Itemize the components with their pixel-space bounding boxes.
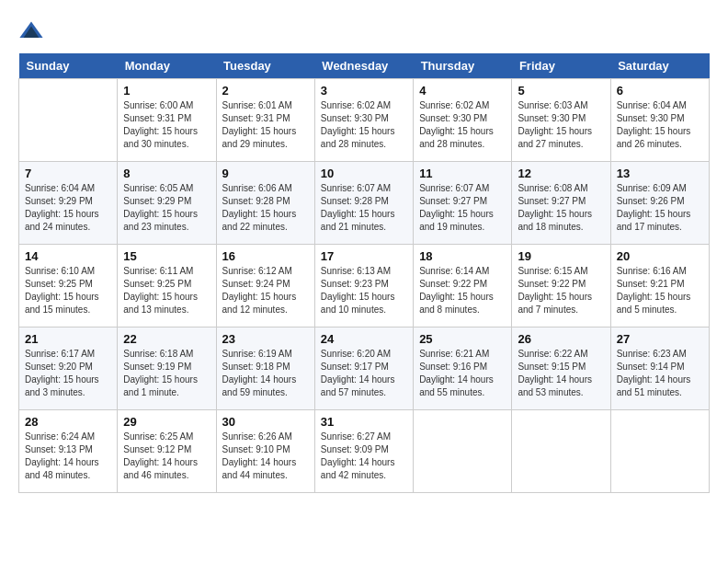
day-number: 12 bbox=[518, 167, 604, 180]
day-content: Sunrise: 6:04 AM Sunset: 9:30 PM Dayligh… bbox=[617, 99, 703, 151]
day-cell: 3Sunrise: 6:02 AM Sunset: 9:30 PM Daylig… bbox=[314, 79, 413, 162]
day-number: 18 bbox=[419, 249, 506, 263]
day-cell: 11Sunrise: 6:07 AM Sunset: 9:27 PM Dayli… bbox=[414, 162, 512, 245]
day-number: 9 bbox=[222, 167, 309, 180]
day-content: Sunrise: 6:22 AM Sunset: 9:15 PM Dayligh… bbox=[518, 348, 604, 399]
day-number: 10 bbox=[321, 167, 407, 180]
day-cell: 18Sunrise: 6:14 AM Sunset: 9:22 PM Dayli… bbox=[414, 245, 512, 327]
day-content: Sunrise: 6:21 AM Sunset: 9:16 PM Dayligh… bbox=[419, 348, 506, 399]
day-number: 31 bbox=[321, 415, 407, 429]
day-content: Sunrise: 6:10 AM Sunset: 9:25 PM Dayligh… bbox=[25, 265, 111, 316]
week-row-4: 28Sunrise: 6:24 AM Sunset: 9:13 PM Dayli… bbox=[19, 410, 710, 493]
day-content: Sunrise: 6:19 AM Sunset: 9:18 PM Dayligh… bbox=[222, 348, 309, 399]
day-number: 14 bbox=[25, 249, 111, 263]
day-cell: 10Sunrise: 6:07 AM Sunset: 9:28 PM Dayli… bbox=[314, 162, 413, 245]
column-header-friday: Friday bbox=[512, 53, 610, 79]
day-cell: 17Sunrise: 6:13 AM Sunset: 9:23 PM Dayli… bbox=[314, 245, 413, 327]
day-content: Sunrise: 6:27 AM Sunset: 9:09 PM Dayligh… bbox=[321, 431, 407, 482]
day-content: Sunrise: 6:23 AM Sunset: 9:14 PM Dayligh… bbox=[617, 348, 703, 399]
day-number: 21 bbox=[25, 332, 111, 346]
week-row-2: 14Sunrise: 6:10 AM Sunset: 9:25 PM Dayli… bbox=[19, 245, 710, 327]
day-content: Sunrise: 6:05 AM Sunset: 9:29 PM Dayligh… bbox=[123, 182, 210, 234]
day-number: 19 bbox=[518, 249, 604, 263]
week-row-3: 21Sunrise: 6:17 AM Sunset: 9:20 PM Dayli… bbox=[19, 327, 710, 410]
day-number: 3 bbox=[321, 84, 407, 98]
day-cell: 31Sunrise: 6:27 AM Sunset: 9:09 PM Dayli… bbox=[314, 410, 413, 493]
day-cell: 20Sunrise: 6:16 AM Sunset: 9:21 PM Dayli… bbox=[610, 245, 709, 327]
day-content: Sunrise: 6:12 AM Sunset: 9:24 PM Dayligh… bbox=[222, 265, 309, 316]
day-content: Sunrise: 6:13 AM Sunset: 9:23 PM Dayligh… bbox=[321, 265, 407, 316]
day-cell: 8Sunrise: 6:05 AM Sunset: 9:29 PM Daylig… bbox=[118, 162, 216, 245]
day-content: Sunrise: 6:04 AM Sunset: 9:29 PM Dayligh… bbox=[25, 182, 111, 234]
day-number: 26 bbox=[518, 332, 604, 346]
day-cell bbox=[610, 410, 709, 493]
day-number: 4 bbox=[419, 84, 506, 98]
day-cell: 6Sunrise: 6:04 AM Sunset: 9:30 PM Daylig… bbox=[610, 79, 709, 162]
day-number: 30 bbox=[222, 415, 309, 429]
day-cell: 19Sunrise: 6:15 AM Sunset: 9:22 PM Dayli… bbox=[512, 245, 610, 327]
column-header-wednesday: Wednesday bbox=[314, 53, 413, 79]
day-number: 20 bbox=[617, 249, 703, 263]
logo-icon bbox=[18, 18, 44, 44]
day-cell bbox=[512, 410, 610, 493]
day-content: Sunrise: 6:20 AM Sunset: 9:17 PM Dayligh… bbox=[321, 348, 407, 399]
day-content: Sunrise: 6:24 AM Sunset: 9:13 PM Dayligh… bbox=[25, 431, 111, 482]
day-number: 28 bbox=[25, 415, 111, 429]
day-number: 7 bbox=[25, 167, 111, 180]
day-cell: 23Sunrise: 6:19 AM Sunset: 9:18 PM Dayli… bbox=[216, 327, 314, 410]
week-row-1: 7Sunrise: 6:04 AM Sunset: 9:29 PM Daylig… bbox=[19, 162, 710, 245]
column-header-sunday: Sunday bbox=[19, 53, 118, 79]
day-cell: 21Sunrise: 6:17 AM Sunset: 9:20 PM Dayli… bbox=[19, 327, 118, 410]
day-content: Sunrise: 6:02 AM Sunset: 9:30 PM Dayligh… bbox=[419, 99, 506, 151]
day-content: Sunrise: 6:08 AM Sunset: 9:27 PM Dayligh… bbox=[518, 182, 604, 234]
day-number: 1 bbox=[123, 84, 210, 98]
day-cell: 1Sunrise: 6:00 AM Sunset: 9:31 PM Daylig… bbox=[118, 79, 216, 162]
day-cell: 13Sunrise: 6:09 AM Sunset: 9:26 PM Dayli… bbox=[610, 162, 709, 245]
column-header-thursday: Thursday bbox=[414, 53, 512, 79]
day-content: Sunrise: 6:07 AM Sunset: 9:28 PM Dayligh… bbox=[321, 182, 407, 234]
day-number: 6 bbox=[617, 84, 703, 98]
day-number: 17 bbox=[321, 249, 407, 263]
page-header bbox=[18, 18, 710, 44]
day-content: Sunrise: 6:17 AM Sunset: 9:20 PM Dayligh… bbox=[25, 348, 111, 399]
day-cell: 15Sunrise: 6:11 AM Sunset: 9:25 PM Dayli… bbox=[118, 245, 216, 327]
day-cell bbox=[19, 79, 118, 162]
day-content: Sunrise: 6:25 AM Sunset: 9:12 PM Dayligh… bbox=[123, 431, 210, 482]
day-content: Sunrise: 6:03 AM Sunset: 9:30 PM Dayligh… bbox=[518, 99, 604, 151]
day-cell: 4Sunrise: 6:02 AM Sunset: 9:30 PM Daylig… bbox=[414, 79, 512, 162]
day-cell: 12Sunrise: 6:08 AM Sunset: 9:27 PM Dayli… bbox=[512, 162, 610, 245]
day-content: Sunrise: 6:02 AM Sunset: 9:30 PM Dayligh… bbox=[321, 99, 407, 151]
day-cell: 25Sunrise: 6:21 AM Sunset: 9:16 PM Dayli… bbox=[414, 327, 512, 410]
day-number: 22 bbox=[123, 332, 210, 346]
day-number: 23 bbox=[222, 332, 309, 346]
day-cell: 30Sunrise: 6:26 AM Sunset: 9:10 PM Dayli… bbox=[216, 410, 314, 493]
day-content: Sunrise: 6:26 AM Sunset: 9:10 PM Dayligh… bbox=[222, 431, 309, 482]
day-content: Sunrise: 6:09 AM Sunset: 9:26 PM Dayligh… bbox=[617, 182, 703, 234]
day-number: 24 bbox=[321, 332, 407, 346]
day-number: 5 bbox=[518, 84, 604, 98]
day-number: 25 bbox=[419, 332, 506, 346]
day-content: Sunrise: 6:15 AM Sunset: 9:22 PM Dayligh… bbox=[518, 265, 604, 316]
day-content: Sunrise: 6:18 AM Sunset: 9:19 PM Dayligh… bbox=[123, 348, 210, 399]
day-number: 29 bbox=[123, 415, 210, 429]
header-row: SundayMondayTuesdayWednesdayThursdayFrid… bbox=[19, 53, 710, 79]
day-cell: 5Sunrise: 6:03 AM Sunset: 9:30 PM Daylig… bbox=[512, 79, 610, 162]
day-cell: 22Sunrise: 6:18 AM Sunset: 9:19 PM Dayli… bbox=[118, 327, 216, 410]
day-cell: 27Sunrise: 6:23 AM Sunset: 9:14 PM Dayli… bbox=[610, 327, 709, 410]
day-cell: 9Sunrise: 6:06 AM Sunset: 9:28 PM Daylig… bbox=[216, 162, 314, 245]
day-number: 11 bbox=[419, 167, 506, 180]
calendar-table: SundayMondayTuesdayWednesdayThursdayFrid… bbox=[18, 53, 710, 493]
day-content: Sunrise: 6:14 AM Sunset: 9:22 PM Dayligh… bbox=[419, 265, 506, 316]
day-number: 8 bbox=[123, 167, 210, 180]
day-cell: 29Sunrise: 6:25 AM Sunset: 9:12 PM Dayli… bbox=[118, 410, 216, 493]
day-cell: 16Sunrise: 6:12 AM Sunset: 9:24 PM Dayli… bbox=[216, 245, 314, 327]
day-content: Sunrise: 6:01 AM Sunset: 9:31 PM Dayligh… bbox=[222, 99, 309, 151]
day-cell: 28Sunrise: 6:24 AM Sunset: 9:13 PM Dayli… bbox=[19, 410, 118, 493]
day-cell: 24Sunrise: 6:20 AM Sunset: 9:17 PM Dayli… bbox=[314, 327, 413, 410]
day-content: Sunrise: 6:07 AM Sunset: 9:27 PM Dayligh… bbox=[419, 182, 506, 234]
day-number: 13 bbox=[617, 167, 703, 180]
day-cell: 26Sunrise: 6:22 AM Sunset: 9:15 PM Dayli… bbox=[512, 327, 610, 410]
week-row-0: 1Sunrise: 6:00 AM Sunset: 9:31 PM Daylig… bbox=[19, 79, 710, 162]
day-cell: 14Sunrise: 6:10 AM Sunset: 9:25 PM Dayli… bbox=[19, 245, 118, 327]
logo bbox=[18, 18, 48, 44]
